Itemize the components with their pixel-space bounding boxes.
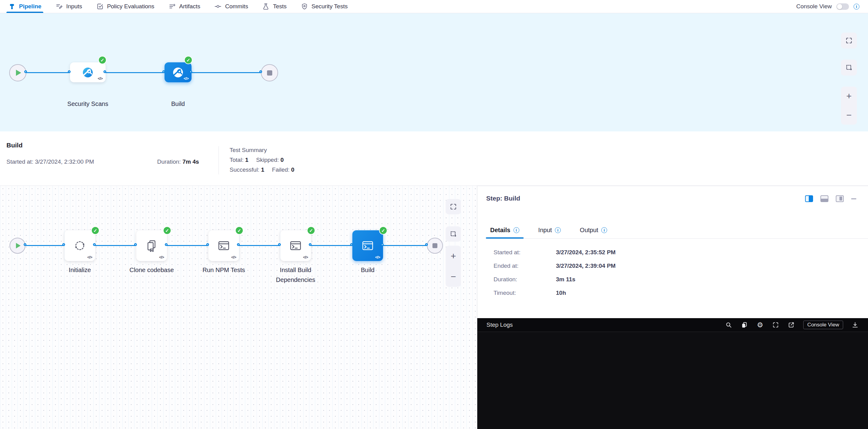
step-label-install-build-dependencies[interactable]: Install Build Dependencies — [271, 265, 320, 285]
tab-tests[interactable]: Tests — [262, 0, 286, 13]
stage-canvas-fullscreen-button[interactable] — [841, 33, 857, 49]
pipeline-start-node[interactable] — [9, 64, 26, 81]
tab-details[interactable]: Details — [486, 222, 524, 238]
log-line[interactable]: 18329 info 3/27/2024, 2:38:59 PM [18:38:… — [477, 369, 868, 380]
step-label-run-npm-tests[interactable]: Run NPM Tests — [196, 265, 251, 275]
successful-label: Successful: — [229, 166, 259, 173]
info-icon[interactable] — [601, 227, 607, 233]
copy-logs-button[interactable] — [741, 321, 748, 329]
stop-icon — [267, 70, 272, 75]
floating-view-icon[interactable] — [836, 195, 844, 202]
play-icon — [16, 70, 21, 76]
stage-summary-bar: Build Started at: 3/27/2024, 2:32:00 PM … — [0, 131, 868, 186]
tab-output[interactable]: Output — [576, 222, 611, 238]
step-logs-console[interactable]: 18326 info 3/27/2024, 2:38:59 PM [18:38:… — [477, 332, 868, 429]
step-canvas-marquee-button[interactable] — [446, 226, 461, 242]
step-card-initialize[interactable] — [64, 230, 95, 261]
zoom-out-button[interactable] — [841, 105, 857, 125]
open-logs-new-tab-button[interactable] — [787, 321, 795, 329]
detail-row-timeout: Timeout: 10h — [494, 289, 566, 296]
zoom-in-button[interactable] — [446, 246, 461, 266]
vertical-split-view-icon[interactable] — [805, 195, 813, 202]
security-shield-icon — [301, 3, 308, 10]
step-label-build[interactable]: Build — [340, 265, 395, 275]
detail-value: 3m 11s — [556, 276, 575, 282]
stage-started-at: Started at: 3/27/2024, 2:32:00 PM — [6, 158, 94, 165]
tab-label: Tests — [273, 3, 286, 10]
log-line[interactable]: 18333 info 3/27/2024, 2:38:59 PM [18:38:… — [477, 413, 868, 424]
pipeline-end-node[interactable] — [261, 64, 278, 81]
step-label-initialize[interactable]: Initialize — [52, 265, 107, 275]
download-logs-button[interactable] — [851, 321, 859, 329]
step-card-run-npm-tests[interactable] — [208, 230, 239, 261]
horizontal-split-view-icon[interactable] — [820, 195, 828, 202]
minimize-panel-icon[interactable] — [851, 198, 856, 199]
stage-card-build[interactable] — [164, 62, 191, 82]
tab-artifacts[interactable]: Artifacts — [168, 0, 200, 13]
toggle-knob — [837, 4, 842, 9]
stage-canvas-marquee-button[interactable] — [841, 60, 857, 75]
log-line[interactable]: 18327 info 3/27/2024, 2:38:59 PM [18:38:… — [477, 347, 868, 358]
console-view-button[interactable]: Console View — [803, 320, 843, 329]
policy-check-icon — [96, 3, 104, 10]
stage-label-build[interactable]: Build — [153, 99, 203, 109]
connector-dot — [24, 70, 27, 73]
artifacts-icon — [168, 3, 176, 10]
test-summary-row-1: Total: 1 Skipped: 0 — [229, 157, 290, 163]
marquee-select-icon — [845, 64, 852, 71]
clone-codebase-icon — [145, 239, 159, 253]
terminal-icon — [361, 239, 375, 253]
log-settings-button[interactable] — [756, 321, 764, 329]
lower-section: Initialize Clone codebase Run NPM Tests … — [0, 186, 868, 429]
info-icon[interactable] — [854, 4, 859, 9]
log-line[interactable]: 18326 info 3/27/2024, 2:38:59 PM [18:38:… — [477, 336, 868, 347]
info-icon[interactable] — [555, 227, 561, 233]
stop-icon — [432, 243, 437, 248]
tab-pipeline[interactable]: Pipeline — [8, 0, 41, 13]
stage-label-security-scans[interactable]: Security Scans — [57, 99, 119, 109]
tab-inputs[interactable]: Inputs — [56, 0, 82, 13]
zoom-out-button[interactable] — [446, 266, 461, 287]
zoom-in-button[interactable] — [841, 87, 857, 105]
step-start-node[interactable] — [9, 238, 26, 254]
skipped-value: 0 — [281, 157, 284, 163]
tab-policy-evaluations[interactable]: Policy Evaluations — [96, 0, 154, 13]
fullscreen-icon — [450, 203, 457, 210]
connector-dot — [24, 243, 26, 246]
step-card-clone-codebase[interactable] — [136, 230, 167, 261]
detail-row-ended-at: Ended at: 3/27/2024, 2:39:04 PM — [494, 263, 616, 269]
log-line[interactable]: 18332 info 3/27/2024, 2:38:59 PM [18:38:… — [477, 402, 868, 413]
stage-card-security-scans[interactable] — [70, 62, 105, 82]
search-logs-button[interactable] — [725, 321, 732, 329]
step-card-install-build-dependencies[interactable] — [280, 230, 311, 261]
log-line[interactable]: 18330 info 3/27/2024, 2:38:59 PM [18:38:… — [477, 380, 868, 391]
log-line[interactable]: 18331 info 3/27/2024, 2:38:59 PM [18:38:… — [477, 391, 868, 402]
tab-security-tests[interactable]: Security Tests — [301, 0, 348, 13]
code-icon — [231, 255, 236, 259]
code-icon — [303, 255, 308, 259]
fullscreen-logs-button[interactable] — [772, 321, 779, 329]
detail-label: Timeout: — [494, 289, 554, 296]
step-panel-tabs: Details Input Output — [486, 222, 868, 239]
console-view-toggle[interactable] — [836, 3, 849, 10]
step-end-node[interactable] — [427, 238, 443, 254]
tab-commits[interactable]: Commits — [214, 0, 248, 13]
stage-connector-line — [26, 72, 261, 73]
terminal-icon — [217, 239, 231, 253]
started-value: 3/27/2024, 2:32:00 PM — [35, 158, 94, 165]
step-canvas-fullscreen-button[interactable] — [446, 199, 461, 214]
step-logs-title: Step Logs — [487, 321, 513, 328]
step-card-build[interactable] — [352, 230, 383, 261]
tab-label: Artifacts — [179, 3, 200, 10]
tab-input[interactable]: Input — [534, 222, 565, 238]
detail-label: Ended at: — [494, 263, 554, 269]
step-label-clone-codebase[interactable]: Clone codebase — [124, 265, 179, 275]
panel-layout-controls — [805, 195, 856, 202]
log-line[interactable]: 18328 info 3/27/2024, 2:38:59 PM [18:38:… — [477, 358, 868, 369]
copy-icon — [741, 321, 748, 328]
tab-label: Commits — [225, 3, 248, 10]
fullscreen-icon — [845, 37, 852, 44]
started-label: Started at: — [6, 158, 33, 165]
download-icon — [852, 321, 859, 328]
info-icon[interactable] — [514, 227, 519, 233]
